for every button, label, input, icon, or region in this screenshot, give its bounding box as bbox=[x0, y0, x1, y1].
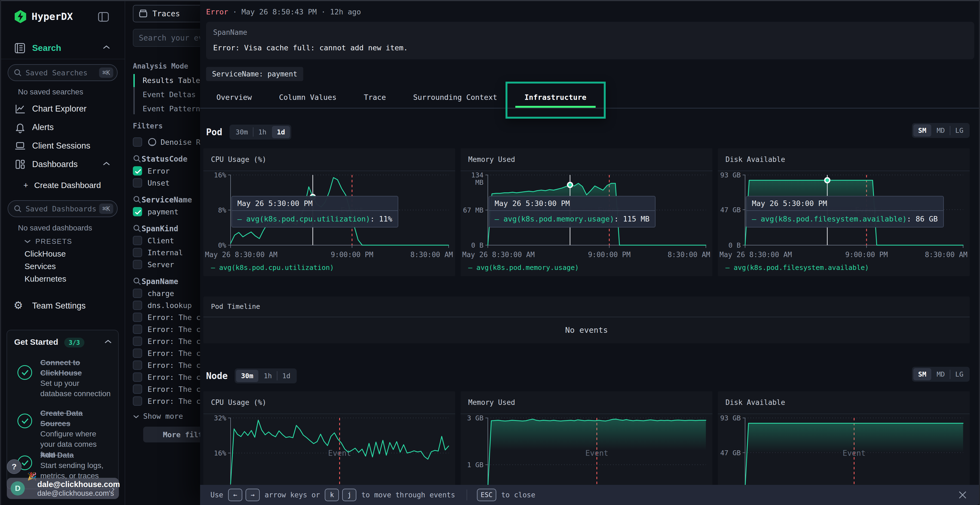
node-size-lg[interactable]: LG bbox=[950, 368, 968, 380]
filter-option-row[interactable]: Client bbox=[133, 235, 174, 246]
event-search-input[interactable]: Search your events bbox=[133, 29, 200, 47]
get-started-header[interactable]: Get Started 3/3 bbox=[14, 337, 112, 347]
tab-trace[interactable]: Trace bbox=[350, 87, 399, 106]
sidebar-item-client-sessions[interactable]: Client Sessions bbox=[0, 139, 125, 154]
svg-text:8%: 8% bbox=[218, 206, 226, 214]
denoise-checkbox-row[interactable]: Denoise Results bbox=[133, 136, 200, 148]
arrow-right-key[interactable]: → bbox=[245, 489, 260, 501]
tab-infrastructure[interactable]: Infrastructure bbox=[511, 87, 600, 106]
filter-option-row[interactable]: Error: The cr bbox=[133, 335, 200, 347]
arrow-left-key[interactable]: ← bbox=[228, 489, 242, 501]
saved-dashboards-placeholder: Saved Dashboards bbox=[25, 205, 99, 213]
checkbox-unchecked[interactable] bbox=[133, 236, 142, 245]
pod-size-md[interactable]: MD bbox=[932, 124, 950, 137]
filter-option-row[interactable]: Error: The cr bbox=[133, 383, 200, 395]
filter-option-label: Error: The cr bbox=[148, 337, 200, 346]
checkbox-unchecked[interactable] bbox=[133, 178, 142, 187]
sidebar-item-dashboards[interactable]: Dashboards bbox=[0, 158, 125, 172]
filter-option-row[interactable]: Error: The cr bbox=[133, 359, 200, 371]
collapse-sidebar-icon[interactable] bbox=[97, 11, 110, 23]
check-circle-icon bbox=[18, 414, 32, 428]
preset-item-services[interactable]: Services bbox=[24, 262, 56, 271]
filter-option-row[interactable]: Error: The cr bbox=[133, 323, 200, 335]
presets-toggle[interactable]: PRESETS bbox=[24, 237, 72, 246]
filter-option-row[interactable]: Error: The cr bbox=[133, 371, 200, 383]
filter-group-servicename: ServiceName bbox=[133, 194, 192, 206]
chart-title: Disk Available bbox=[725, 156, 785, 164]
tooltip-time: May 26 5:30:00 PM bbox=[489, 197, 655, 211]
source-select[interactable]: Traces bbox=[133, 5, 200, 22]
checkbox-unchecked[interactable] bbox=[133, 337, 142, 346]
create-dashboard-button[interactable]: +Create Dashboard bbox=[24, 181, 101, 190]
filter-option-row[interactable]: Internal bbox=[133, 246, 183, 259]
checkbox-unchecked[interactable] bbox=[133, 349, 142, 358]
chevron-right-icon: › bbox=[111, 484, 115, 494]
sidebar-item-alerts[interactable]: Alerts bbox=[0, 121, 125, 135]
tooltip-time: May 26 5:30:00 PM bbox=[746, 197, 943, 211]
checkbox-unchecked[interactable] bbox=[133, 248, 142, 257]
k-key[interactable]: k bbox=[325, 489, 339, 501]
help-button[interactable]: ? bbox=[7, 459, 22, 474]
filter-option-label: Error: The cr bbox=[148, 313, 200, 322]
checkbox-unchecked[interactable] bbox=[133, 397, 142, 406]
pod-range-30m[interactable]: 30m bbox=[231, 126, 253, 138]
checkbox-unchecked[interactable] bbox=[133, 137, 142, 147]
filter-option-row[interactable]: Error: The cr bbox=[133, 311, 200, 323]
checkbox-unchecked[interactable] bbox=[133, 373, 142, 382]
checkbox-checked[interactable] bbox=[133, 207, 142, 216]
sidebar-item-search[interactable]: Search bbox=[0, 41, 125, 56]
filter-option-row[interactable]: dns.lookup bbox=[133, 299, 192, 311]
show-more-button[interactable]: Show more bbox=[133, 412, 183, 420]
filter-option-row[interactable]: Server bbox=[133, 259, 174, 270]
node-range-1d[interactable]: 1d bbox=[277, 370, 295, 382]
node-range-30m[interactable]: 30m bbox=[236, 370, 258, 382]
node-size-md[interactable]: MD bbox=[932, 368, 950, 380]
filter-option-row[interactable]: payment bbox=[133, 206, 178, 218]
preset-item-clickhouse[interactable]: ClickHouse bbox=[24, 249, 66, 259]
pod-range-1d[interactable]: 1d bbox=[272, 126, 290, 138]
svg-text:3 GB: 3 GB bbox=[467, 414, 484, 422]
pod-range-1h[interactable]: 1h bbox=[253, 126, 271, 138]
j-key[interactable]: j bbox=[342, 489, 356, 501]
analysis-mode-event-patterns[interactable]: Event Patterns bbox=[143, 105, 200, 113]
analysis-mode-event-deltas[interactable]: Event Deltas bbox=[143, 91, 196, 99]
preset-item-kubernetes[interactable]: Kubernetes bbox=[24, 274, 66, 284]
checkbox-unchecked[interactable] bbox=[133, 313, 142, 322]
tab-column-values[interactable]: Column Values bbox=[266, 87, 350, 106]
checkbox-unchecked[interactable] bbox=[133, 384, 142, 394]
analysis-mode-results-table[interactable]: Results Table bbox=[143, 76, 200, 85]
sidebar-item-team-settings[interactable]: ⚙ Team Settings bbox=[0, 299, 125, 313]
checkbox-unchecked[interactable] bbox=[133, 360, 142, 370]
filter-option-row[interactable]: Error: The cr bbox=[133, 395, 200, 407]
avatar: D bbox=[11, 481, 25, 495]
node-range-1h[interactable]: 1h bbox=[259, 370, 277, 382]
checkbox-unchecked[interactable] bbox=[133, 301, 142, 310]
svg-text:May 26 8:30:00 AM: May 26 8:30:00 AM bbox=[719, 251, 792, 259]
filter-option-row[interactable]: charge bbox=[133, 287, 174, 299]
filter-option-row[interactable]: Error bbox=[133, 165, 170, 177]
user-profile-button[interactable]: D dale@clickhouse.com dale@clickhouse.co… bbox=[7, 478, 119, 499]
mode-active-indicator bbox=[134, 74, 135, 87]
checkbox-checked[interactable] bbox=[133, 166, 142, 176]
pod-size-sm[interactable]: SM bbox=[913, 124, 931, 137]
search-config-panel: Traces Search your events Analysis Mode … bbox=[126, 0, 200, 505]
pod-size-lg[interactable]: LG bbox=[950, 124, 968, 137]
tab-surrounding-context[interactable]: Surrounding Context bbox=[399, 87, 511, 106]
more-filters-button[interactable]: More filters bbox=[143, 427, 200, 442]
service-name-chip[interactable]: ServiceName: payment bbox=[206, 67, 303, 81]
saved-searches-input[interactable]: Saved Searches ⌘K bbox=[8, 64, 118, 81]
chart-legend: — avg(k8s.pod.memory.usage) bbox=[468, 264, 579, 272]
event-details-panel: Error · May 26 8:50:43 PM · 12h ago Span… bbox=[200, 0, 980, 505]
saved-dashboards-input[interactable]: Saved Dashboards ⌘K bbox=[8, 200, 118, 217]
close-icon[interactable] bbox=[957, 489, 968, 500]
tab-overview[interactable]: Overview bbox=[203, 87, 266, 106]
sidebar-item-chart-explorer[interactable]: Chart Explorer bbox=[0, 102, 125, 116]
node-size-sm[interactable]: SM bbox=[913, 368, 931, 380]
filter-option-row[interactable]: Unset bbox=[133, 177, 170, 189]
filter-option-label: dns.lookup bbox=[148, 301, 192, 310]
checkbox-unchecked[interactable] bbox=[133, 289, 142, 298]
esc-key[interactable]: ESC bbox=[477, 489, 496, 501]
checkbox-unchecked[interactable] bbox=[133, 260, 142, 269]
checkbox-unchecked[interactable] bbox=[133, 325, 142, 334]
filter-option-row[interactable]: Error: The cr bbox=[133, 347, 200, 359]
